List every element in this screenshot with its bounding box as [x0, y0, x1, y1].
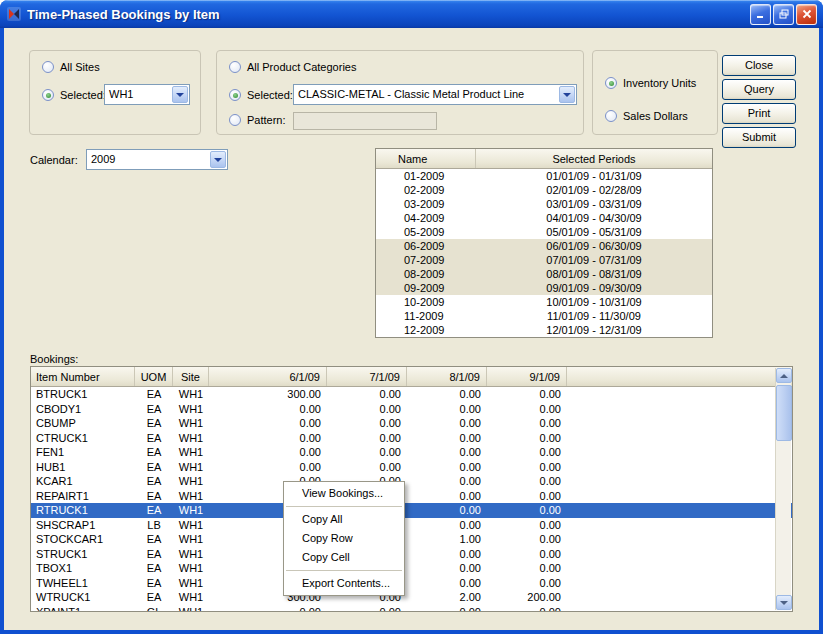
table-row[interactable]: STOCKCAR1EAWH10.000.001.000.00 [31, 532, 792, 547]
calendar-combo[interactable]: 2009 [86, 149, 228, 170]
print-button[interactable]: Print [722, 103, 796, 124]
table-row[interactable]: CTRUCK1EAWH10.000.000.000.00 [31, 431, 792, 446]
pattern-label: Pattern: [247, 114, 286, 126]
period-row[interactable]: 08-200908/01/09 - 08/31/09 [376, 267, 712, 281]
periods-name-column-header[interactable]: Name [376, 149, 476, 168]
table-row[interactable]: REPAIRT1EAWH10.000.000.000.00 [31, 489, 792, 504]
table-row[interactable]: TBOX1EAWH10.000.000.000.00 [31, 561, 792, 576]
period-name: 03-2009 [376, 197, 476, 211]
context-menu-item[interactable]: Copy Row [284, 529, 404, 548]
selected-sites-radio[interactable] [42, 89, 54, 101]
period-row[interactable]: 01-200901/01/09 - 01/31/09 [376, 169, 712, 183]
query-button[interactable]: Query [722, 79, 796, 100]
period-range: 09/01/09 - 09/30/09 [476, 281, 712, 295]
selected-category-radio[interactable] [229, 89, 241, 101]
column-header[interactable]: 8/1/09 [407, 367, 487, 386]
category-combo-arrow-icon[interactable] [559, 86, 575, 103]
period-row[interactable]: 02-200902/01/09 - 02/28/09 [376, 183, 712, 197]
close-window-button[interactable] [796, 4, 817, 25]
period-row[interactable]: 12-200912/01/09 - 12/31/09 [376, 323, 712, 337]
table-cell: CBODY1 [31, 402, 135, 417]
table-row[interactable]: BTRUCK1EAWH1300.000.000.000.00 [31, 387, 792, 402]
table-cell: EA [135, 590, 173, 605]
table-row[interactable]: WTRUCK1EAWH1300.000.002.00200.00 [31, 590, 792, 605]
period-row[interactable]: 07-200907/01/09 - 07/31/09 [376, 253, 712, 267]
table-cell: WH1 [173, 431, 209, 446]
table-cell: HUB1 [31, 460, 135, 475]
context-menu-item[interactable]: Export Contents... [284, 574, 404, 593]
column-header[interactable]: 7/1/09 [327, 367, 407, 386]
period-row[interactable]: 10-200910/01/09 - 10/31/09 [376, 295, 712, 309]
table-cell: 0.00 [327, 387, 407, 402]
table-cell: EA [135, 561, 173, 576]
period-range: 04/01/09 - 04/30/09 [476, 211, 712, 225]
scrollbar-thumb[interactable] [776, 385, 792, 441]
pattern-input[interactable] [293, 112, 437, 130]
table-cell: WH1 [173, 518, 209, 533]
column-header[interactable]: Site [173, 367, 209, 386]
scroll-down-button[interactable] [776, 595, 792, 610]
calendar-combo-arrow-icon[interactable] [210, 151, 226, 168]
pattern-radio[interactable] [229, 114, 241, 126]
sales-dollars-radio[interactable] [605, 110, 617, 122]
close-button[interactable]: Close [722, 55, 796, 76]
table-cell: WH1 [173, 590, 209, 605]
bookings-label: Bookings: [30, 353, 78, 365]
table-cell: STOCKCAR1 [31, 532, 135, 547]
table-row[interactable]: KCAR1EAWH10.000.000.000.00 [31, 474, 792, 489]
period-row[interactable]: 06-200906/01/09 - 06/30/09 [376, 239, 712, 253]
context-menu-item[interactable]: Copy All [284, 510, 404, 529]
period-range: 06/01/09 - 06/30/09 [476, 239, 712, 253]
table-cell: 0.00 [209, 445, 327, 460]
table-cell: WH1 [173, 576, 209, 591]
table-cell: EA [135, 445, 173, 460]
sites-group: All Sites Selected: WH1 [29, 50, 201, 135]
context-menu-item[interactable]: Copy Cell [284, 548, 404, 567]
table-cell: 0.00 [407, 547, 487, 562]
all-sites-radio[interactable] [42, 61, 54, 73]
column-header[interactable]: 9/1/09 [487, 367, 567, 386]
period-name: 01-2009 [376, 169, 476, 183]
table-row[interactable]: RTRUCK1EAWH1400.000.000.000.00 [31, 503, 792, 518]
period-name: 04-2009 [376, 211, 476, 225]
site-combo-arrow-icon[interactable] [172, 86, 188, 103]
app-icon [6, 6, 22, 22]
category-combo[interactable]: CLASSIC-METAL - Classic Metal Product Li… [293, 84, 577, 105]
period-range: 08/01/09 - 08/31/09 [476, 267, 712, 281]
table-row[interactable]: CBUMPEAWH10.000.000.000.00 [31, 416, 792, 431]
vertical-scrollbar[interactable] [775, 368, 791, 610]
table-cell: TBOX1 [31, 561, 135, 576]
scroll-up-button[interactable] [776, 368, 792, 383]
column-header[interactable]: UOM [135, 367, 173, 386]
table-cell: 0.00 [487, 402, 567, 417]
table-cell: 0.00 [407, 518, 487, 533]
table-cell: 300.00 [209, 387, 327, 402]
table-cell: WH1 [173, 547, 209, 562]
period-row[interactable]: 04-200904/01/09 - 04/30/09 [376, 211, 712, 225]
period-row[interactable]: 11-200911/01/09 - 11/30/09 [376, 309, 712, 323]
inventory-units-radio[interactable] [605, 77, 617, 89]
table-cell: 0.00 [209, 605, 327, 612]
period-row[interactable]: 09-200909/01/09 - 09/30/09 [376, 281, 712, 295]
site-combo[interactable]: WH1 [104, 84, 190, 105]
periods-range-column-header[interactable]: Selected Periods [476, 149, 712, 168]
table-cell: EA [135, 402, 173, 417]
table-row[interactable]: FEN1EAWH10.000.000.000.00 [31, 445, 792, 460]
all-categories-radio[interactable] [229, 61, 241, 73]
restore-button[interactable] [773, 4, 794, 25]
table-row[interactable]: SHSCRAP1LBWH10.000.000.000.00 [31, 518, 792, 533]
table-row[interactable]: XPAINT1GLWH10.000.000.000.00 [31, 605, 792, 612]
inventory-units-label: Inventory Units [623, 77, 696, 89]
minimize-button[interactable] [750, 4, 771, 25]
column-header[interactable]: 6/1/09 [209, 367, 327, 386]
period-row[interactable]: 03-200903/01/09 - 03/31/09 [376, 197, 712, 211]
context-menu-item[interactable]: View Bookings... [284, 484, 404, 503]
submit-button[interactable]: Submit [722, 127, 796, 148]
table-row[interactable]: HUB1EAWH10.000.000.000.00 [31, 460, 792, 475]
column-header[interactable]: Item Number [31, 367, 135, 386]
table-row[interactable]: CBODY1EAWH10.000.000.000.00 [31, 402, 792, 417]
table-row[interactable]: STRUCK1EAWH10.000.000.000.00 [31, 547, 792, 562]
table-row[interactable]: TWHEEL1EAWH10.000.000.000.00 [31, 576, 792, 591]
period-range: 03/01/09 - 03/31/09 [476, 197, 712, 211]
period-row[interactable]: 05-200905/01/09 - 05/31/09 [376, 225, 712, 239]
